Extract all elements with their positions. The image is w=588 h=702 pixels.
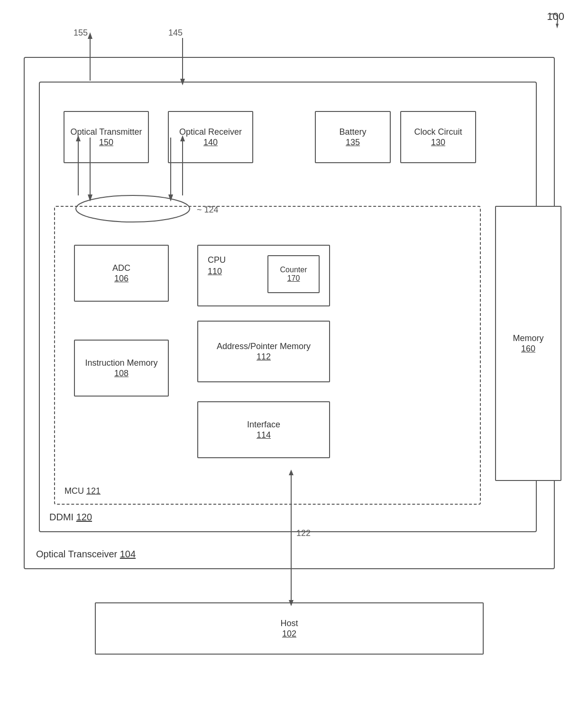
interface-label: Interface [247,419,280,430]
ddmi-box: DDMI 120 Optical Transmitter 150 Optical… [39,82,537,532]
optical-receiver-label: Optical Receiver [179,127,242,138]
cpu-num: 110 [208,267,222,277]
ddmi-label: DDMI 120 [49,512,92,523]
optical-transceiver-label: Optical Transceiver 104 [36,549,136,560]
interface-num: 114 [257,430,271,440]
adc-num: 106 [114,274,129,284]
counter-box: Counter 170 [267,255,320,293]
address-pointer-memory-box: Address/Pointer Memory 112 [197,321,330,382]
optical-transmitter-num: 150 [99,138,113,148]
svg-marker-0 [556,24,559,28]
svg-marker-10 [88,32,92,39]
label-145: 145 [168,28,183,37]
memory-160-num: 160 [521,344,535,354]
host-label: Host [280,618,298,629]
instruction-memory-num: 108 [114,369,129,379]
optical-receiver-box: Optical Receiver 140 [168,111,253,163]
memory-160-label: Memory [513,333,543,344]
adc-box: ADC 106 [74,245,169,302]
instruction-memory-box: Instruction Memory 108 [74,340,169,397]
battery-num: 135 [346,138,360,148]
cpu-label: CPU [208,255,226,265]
optical-transceiver-box: Optical Transceiver 104 DDMI 120 Optical… [24,57,555,569]
ref-100-label: 100 [547,10,564,23]
clock-circuit-label: Clock Circuit [414,127,462,138]
cpu-box: CPU 110 Counter 170 [197,245,330,306]
instruction-memory-label: Instruction Memory [85,358,157,369]
host-box: Host 102 [95,602,484,655]
counter-label: Counter [280,266,307,274]
mcu-label: MCU 121 [64,486,101,496]
counter-num: 170 [287,274,300,283]
diagram: 100 Optical Transceiver 104 DDMI 120 Opt… [0,0,588,702]
battery-label: Battery [339,127,366,138]
optical-transmitter-label: Optical Transmitter [70,127,142,138]
label-155: 155 [74,28,88,37]
address-pointer-memory-label: Address/Pointer Memory [217,341,311,352]
host-num: 102 [282,629,296,639]
battery-box: Battery 135 [315,111,391,163]
clock-circuit-num: 130 [431,138,445,148]
memory-160-box: Memory 160 [495,206,561,481]
optical-transmitter-box: Optical Transmitter 150 [64,111,149,163]
adc-label: ADC [112,263,130,274]
interface-box: Interface 114 [197,401,330,458]
optical-receiver-num: 140 [203,138,218,148]
address-pointer-memory-num: 112 [257,352,271,362]
clock-circuit-box: Clock Circuit 130 [400,111,476,163]
mcu-box: MCU 121 ADC 106 Instruction Memory 108 C… [54,206,481,505]
